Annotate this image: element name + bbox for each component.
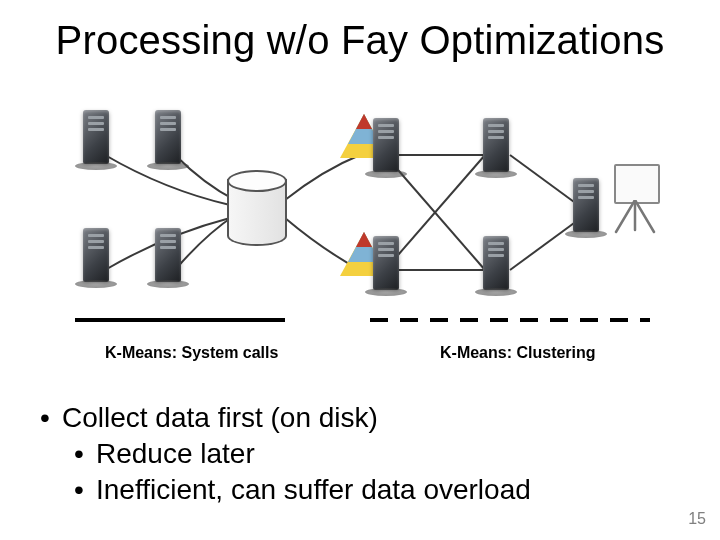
stage-underline-left <box>75 318 285 322</box>
stage-underline-right <box>370 318 650 322</box>
slide: Processing w/o Fay Optimizations <box>0 0 720 540</box>
svg-line-6 <box>616 200 635 232</box>
server-icon <box>147 110 189 180</box>
stage-label-left: K-Means: System calls <box>105 344 278 362</box>
bullet-item: Inefficient, can suffer data overload <box>40 472 660 508</box>
server-icon <box>365 118 407 188</box>
bullet-item: Collect data first (on disk) <box>40 400 660 436</box>
server-icon <box>475 118 517 188</box>
server-icon <box>75 110 117 180</box>
stage-label-right: K-Means: Clustering <box>440 344 596 362</box>
page-number: 15 <box>688 510 706 528</box>
bullet-item: Reduce later <box>40 436 660 472</box>
bullet-list: Collect data first (on disk) Reduce late… <box>40 400 660 507</box>
server-icon <box>365 236 407 306</box>
server-icon <box>565 178 607 248</box>
server-icon <box>75 228 117 298</box>
slide-title: Processing w/o Fay Optimizations <box>0 18 720 63</box>
server-icon <box>475 236 517 306</box>
server-icon <box>147 228 189 298</box>
database-icon <box>227 170 287 246</box>
whiteboard-icon <box>610 164 660 234</box>
pipeline-diagram <box>65 100 655 320</box>
svg-line-7 <box>635 200 654 232</box>
